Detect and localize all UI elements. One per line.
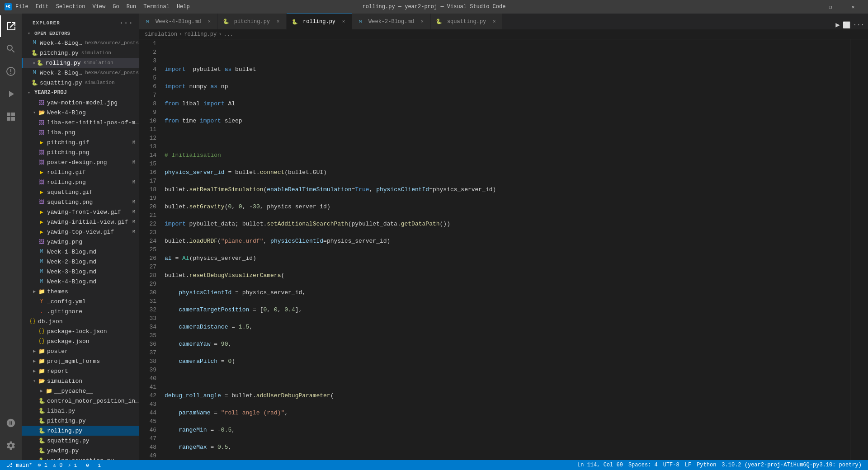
open-editor-pitching[interactable]: 🐍 pitching.py simulation — [22, 48, 139, 58]
file-yaw-motion[interactable]: 🖼 yaw-motion-model.jpg — [22, 98, 139, 108]
folder-projmgmt[interactable]: ▶ 📁 proj_mgmt_forms — [22, 356, 139, 366]
file-rolling-png[interactable]: 🖼 rolling.png M — [22, 177, 139, 187]
tab-close-squatting[interactable]: × — [491, 18, 498, 25]
folder-simulation[interactable]: ▾ 📂 simulation — [22, 376, 139, 386]
open-editors-header[interactable]: ▾ OPEN EDITORS — [22, 29, 139, 38]
gif-icon-yawinit: ▶ — [38, 218, 45, 226]
code-content[interactable]: import pybullet as bullet import numpy a… — [161, 39, 850, 460]
tab-rolling[interactable]: 🐍 rolling.py × — [287, 14, 352, 29]
status-spaces[interactable]: Spaces: 4 — [626, 460, 660, 470]
file-liba-set[interactable]: 🖼 liba-set-initial-pos-of-motors.png — [22, 118, 139, 127]
minimap — [850, 39, 868, 460]
file-week3blog[interactable]: M Week-3-Blog.md — [22, 267, 139, 277]
file-control-motor[interactable]: 🐍 control_motor_position_individually.py — [22, 396, 139, 406]
file-week2blog[interactable]: M Week-2-Blog.md — [22, 257, 139, 267]
file-week4blog-md[interactable]: M Week-4-Blog.md — [22, 277, 139, 287]
close-button[interactable]: ✕ — [843, 0, 863, 14]
status-notifications[interactable]: ⚡ 1 0 1 — [66, 460, 104, 470]
file-week1blog[interactable]: M Week-1-Blog.md — [22, 247, 139, 257]
file-gitignore-top[interactable]: . .gitignore — [22, 306, 139, 316]
open-editor-week2blog[interactable]: M Week-2-Blog.md hex0/source/_posts — [22, 68, 139, 78]
file-squatting-py[interactable]: 🐍 squatting.py — [22, 436, 139, 446]
title-bar-menu[interactable]: File Edit Selection View Go Run Terminal… — [12, 1, 193, 13]
py-icon-squatting-file: 🐍 — [38, 437, 45, 444]
sidebar-settings-icon[interactable] — [0, 435, 22, 456]
explorer-more-button[interactable]: ··· — [119, 19, 133, 27]
status-interpreter[interactable]: 3.10.2 (year2-proj-ATiHum6Q-py3.10: poet… — [719, 460, 864, 470]
status-warnings[interactable]: ⚠ 0 — [50, 460, 66, 470]
open-editor-squatting[interactable]: 🐍 squatting.py simulation — [22, 78, 139, 88]
tab-icon-week2blog: M — [357, 18, 364, 25]
folder-themes-icon: 📁 — [38, 288, 45, 295]
menu-file[interactable]: File — [12, 1, 32, 13]
sidebar-extensions-icon[interactable] — [0, 106, 22, 127]
menu-terminal[interactable]: Terminal — [140, 1, 173, 13]
status-errors[interactable]: ⊗ 1 — [35, 460, 50, 470]
folder-poster[interactable]: ▶ 📁 poster — [22, 346, 139, 356]
tab-close-week4blog[interactable]: × — [206, 18, 213, 25]
code-editor[interactable]: 1234567891011121314151617181920212223242… — [139, 39, 868, 460]
more-actions-button[interactable]: ··· — [853, 21, 864, 28]
tab-close-pitching[interactable]: × — [274, 18, 282, 25]
file-pitching-png[interactable]: 🖼 pitching.png — [22, 147, 139, 157]
run-button[interactable]: ▶ — [835, 20, 840, 29]
sidebar-account-icon[interactable] — [0, 412, 22, 434]
folder-report[interactable]: ▶ 📁 report — [22, 366, 139, 376]
status-language[interactable]: Python — [694, 460, 719, 470]
open-editor-rolling[interactable]: ✕ 🐍 rolling.py simulation — [22, 58, 139, 68]
file-db-json[interactable]: {} db.json — [22, 316, 139, 326]
file-yawing-py[interactable]: 🐍 yawing.py — [22, 446, 139, 456]
sidebar-search-icon[interactable] — [0, 38, 22, 60]
status-line-ending[interactable]: LF — [682, 460, 694, 470]
tab-close-week2blog[interactable]: × — [419, 18, 426, 25]
tab-close-rolling[interactable]: × — [340, 18, 347, 25]
status-cursor[interactable]: Ln 114, Col 69 — [575, 460, 626, 470]
tab-squatting[interactable]: 🐍 squatting.py × — [431, 14, 503, 29]
minimize-button[interactable]: — — [797, 0, 818, 14]
folder-projmgmt-icon: 📁 — [38, 357, 45, 365]
maximize-button[interactable]: ❐ — [820, 0, 841, 14]
close-rolling-button[interactable]: ✕ — [33, 60, 36, 66]
file-yawing-front[interactable]: ▶ yawing-front-view.gif M — [22, 207, 139, 217]
menu-view[interactable]: View — [89, 1, 109, 13]
file-rolling-gif[interactable]: ▶ rolling.gif — [22, 167, 139, 177]
png-icon-pitching: 🖼 — [38, 149, 45, 156]
open-editor-week4blog[interactable]: M Week-4-Blog.md hex0/source/_posts — [22, 38, 139, 48]
menu-run[interactable]: Run — [123, 1, 140, 13]
file-config-yml[interactable]: Y _config.yml — [22, 296, 139, 306]
file-pitching-py[interactable]: 🐍 pitching.py — [22, 416, 139, 426]
file-yawing-png[interactable]: 🖼 yawing.png — [22, 237, 139, 247]
folder-pycache[interactable]: ▶ 📁 __pycache__ — [22, 386, 139, 396]
folder-week4blog[interactable]: ▾ 📂 Week-4-Blog — [22, 108, 139, 118]
file-package-lock[interactable]: {} package-lock.json — [22, 326, 139, 336]
file-poster-design[interactable]: 🖼 poster-design.png M — [22, 157, 139, 167]
menu-go[interactable]: Go — [109, 1, 123, 13]
menu-selection[interactable]: Selection — [52, 1, 89, 13]
file-package-json[interactable]: {} package.json — [22, 336, 139, 346]
file-yawing-squatting-py[interactable]: 🐍 yawing+squatting.py — [22, 456, 139, 460]
file-rolling-py[interactable]: 🐍 rolling.py — [22, 426, 139, 436]
year2proj-header[interactable]: ▾ YEAR2-PROJ — [22, 88, 139, 98]
img-icon: 🖼 — [38, 99, 45, 106]
file-squatting-gif[interactable]: ▶ squatting.gif — [22, 187, 139, 197]
file-yawing-top[interactable]: ▶ yawing-top-view.gif M — [22, 227, 139, 237]
status-git-branch[interactable]: ⎇ main* — [4, 460, 35, 470]
sidebar-git-icon[interactable] — [0, 61, 22, 82]
folder-themes[interactable]: ▶ 📁 themes — [22, 287, 139, 296]
split-editor-button[interactable]: ⬜ — [843, 21, 850, 29]
file-yawing-initial[interactable]: ▶ yawing-initial-view.gif M — [22, 217, 139, 227]
tab-week2blog[interactable]: M Week-2-Blog.md × — [352, 14, 431, 29]
tab-pitching[interactable]: 🐍 pitching.py × — [218, 14, 287, 29]
sidebar-debug-icon[interactable] — [0, 83, 22, 105]
file-liba-png[interactable]: 🖼 liba.png — [22, 127, 139, 137]
sidebar-explorer-icon[interactable] — [0, 15, 22, 37]
tab-week4blog[interactable]: M Week-4-Blog.md × — [139, 14, 218, 29]
status-encoding[interactable]: UTF-8 — [660, 460, 682, 470]
breadcrumb: simulation › rolling.py › ... — [139, 29, 868, 39]
file-squatting-png[interactable]: 🖼 squatting.png M — [22, 197, 139, 207]
md-icon-week4b: M — [38, 278, 45, 285]
menu-edit[interactable]: Edit — [32, 1, 52, 13]
file-pitching-gif[interactable]: ▶ pitching.gif M — [22, 137, 139, 147]
menu-help[interactable]: Help — [173, 1, 193, 13]
file-liba1-py[interactable]: 🐍 liba1.py — [22, 406, 139, 416]
